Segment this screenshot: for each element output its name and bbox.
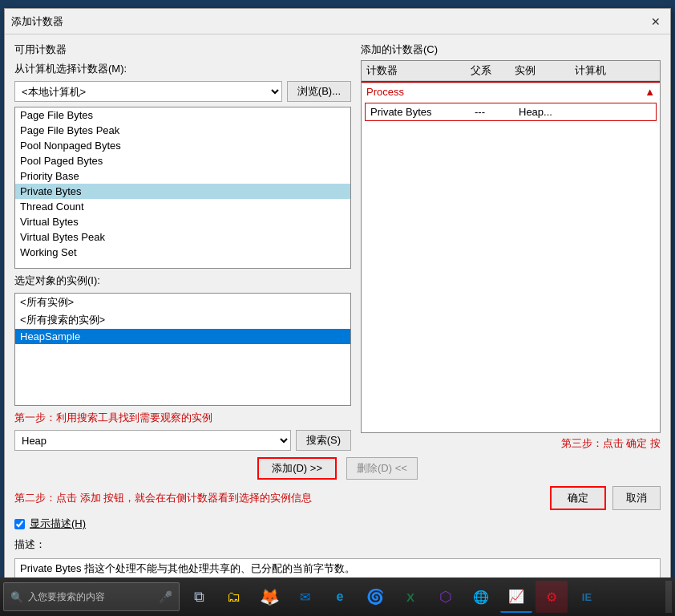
col-header-instance: 实例 [515, 63, 575, 78]
close-button[interactable]: ✕ [648, 14, 664, 30]
browse-button[interactable]: 浏览(B)... [287, 81, 351, 102]
col-header-machine: 计算机 [575, 63, 655, 78]
left-column: 可用计数器 从计算机选择计数器(M): <本地计算机> 浏览(B)... Pag… [14, 43, 351, 451]
ok-cancel-buttons: 确定 取消 [550, 486, 661, 510]
add-remove-row: 添加(D) >> 删除(D) << [14, 457, 661, 480]
taskbar-icon-chrome[interactable]: 🌀 [359, 581, 391, 613]
group-name-process: Process [366, 86, 404, 98]
list-item[interactable]: Page File Bytes [15, 107, 350, 123]
ok-button[interactable]: 确定 [550, 486, 606, 510]
available-counters-label: 可用计数器 [14, 43, 351, 57]
taskbar-icon-browser2[interactable]: IE [571, 581, 603, 613]
machine-row: <本地计算机> 浏览(B)... [14, 81, 351, 102]
show-description-label[interactable]: 显示描述(H) [30, 517, 86, 531]
list-item[interactable]: Thread Count [15, 199, 350, 214]
list-item-all[interactable]: <所有实例> [15, 294, 350, 311]
taskbar-right [665, 581, 672, 613]
taskbar: 🔍 入您要搜索的内容 🎤 ⧉ 🗂 🦊 ✉ e 🌀 X ⬡ 🌐 📈 ⚙ IE [0, 578, 675, 616]
search-row: Heap 搜索(S) [14, 430, 351, 451]
list-item[interactable]: Virtual Bytes Peak [15, 229, 350, 245]
machine-selector-label: 从计算机选择计数器(M): [14, 62, 351, 76]
taskbar-icon-red[interactable]: ⚙ [536, 581, 568, 613]
main-content-row: 可用计数器 从计算机选择计数器(M): <本地计算机> 浏览(B)... Pag… [14, 43, 661, 451]
description-label: 描述： [14, 537, 661, 552]
list-item[interactable]: Page File Bytes Peak [15, 123, 350, 138]
show-description-checkbox[interactable] [14, 519, 25, 529]
search-icon: 🔍 [10, 591, 23, 603]
remove-button[interactable]: 删除(D) << [346, 457, 418, 480]
group-header-process[interactable]: Process ▲ [362, 83, 660, 100]
process-group: Process ▲ Private Bytes --- Heap... [362, 81, 660, 121]
taskbar-icon-firefox[interactable]: 🦊 [253, 581, 285, 613]
taskbar-icon-performance[interactable]: 📈 [500, 581, 532, 613]
group-collapse-icon[interactable]: ▲ [645, 86, 655, 98]
entry-parent: --- [475, 106, 519, 118]
entry-machine [579, 106, 651, 118]
search-select[interactable]: Heap [14, 430, 291, 451]
instance-listbox[interactable]: <所有实例> <所有搜索的实例> HeapSample [14, 293, 351, 406]
search-button[interactable]: 搜索(S) [296, 430, 351, 451]
taskbar-icon-mail[interactable]: ✉ [289, 581, 321, 613]
col-header-counter: 计数器 [366, 63, 471, 78]
added-counters-table: 计数器 父系 实例 计算机 Process ▲ Pr [361, 60, 661, 433]
taskbar-search[interactable]: 🔍 入您要搜索的内容 🎤 [3, 582, 180, 611]
step1-annotation: 第一步：利用搜索工具找到需要观察的实例 [14, 411, 351, 425]
list-item[interactable]: Pool Nonpaged Bytes [15, 138, 350, 153]
col-header-parent: 父系 [471, 63, 515, 78]
title-bar: 添加计数器 ✕ [5, 9, 670, 34]
list-item[interactable]: Virtual Bytes [15, 214, 350, 229]
right-column: 添加的计数器(C) 计数器 父系 实例 计算机 P [361, 43, 661, 451]
instance-label: 选定对象的实例(I): [14, 274, 351, 288]
step2-ok-row: 第二步：点击 添加 按钮，就会在右侧计数器看到选择的实例信息 确定 取消 [14, 486, 661, 510]
added-counters-label: 添加的计数器(C) [361, 43, 661, 57]
add-button[interactable]: 添加(D) >> [257, 457, 337, 480]
list-item[interactable]: Priority Base [15, 168, 350, 184]
taskbar-notification-area [665, 581, 672, 613]
taskbar-icon-edge[interactable]: e [324, 581, 356, 613]
dialog-title: 添加计数器 [11, 14, 63, 29]
taskbar-icon-file-explorer[interactable]: 🗂 [218, 581, 250, 613]
taskbar-task-view[interactable]: ⧉ [183, 581, 215, 613]
show-description-row: 显示描述(H) [14, 517, 661, 531]
step3-annotation: 第三步：点击 确定 按 [361, 436, 661, 451]
dialog-add-counter: 添加计数器 ✕ 可用计数器 从计算机选择计数器(M): <本地计算机> 浏览(B… [4, 8, 671, 586]
taskbar-icon-excel[interactable]: X [394, 581, 426, 613]
machine-select[interactable]: <本地计算机> [14, 81, 282, 102]
list-item-private-bytes[interactable]: Private Bytes [15, 184, 350, 199]
list-item[interactable]: Working Set [15, 245, 350, 260]
counter-entry-row[interactable]: Private Bytes --- Heap... [365, 103, 657, 121]
list-item-all-searched[interactable]: <所有搜索的实例> [15, 311, 350, 329]
entry-instance: Heap... [519, 106, 579, 118]
microphone-icon: 🎤 [159, 590, 172, 603]
taskbar-icon-network[interactable]: 🌐 [465, 581, 497, 613]
list-item[interactable]: Pool Paged Bytes [15, 153, 350, 168]
list-item-heapsample[interactable]: HeapSample [15, 329, 350, 344]
desktop: 添加计数器 ✕ 可用计数器 从计算机选择计数器(M): <本地计算机> 浏览(B… [0, 0, 675, 616]
dialog-inner: 可用计数器 从计算机选择计数器(M): <本地计算机> 浏览(B)... Pag… [5, 34, 670, 610]
counter-listbox[interactable]: Page File Bytes Page File Bytes Peak Poo… [14, 107, 351, 269]
taskbar-icon-visual-studio[interactable]: ⬡ [430, 581, 462, 613]
cancel-button[interactable]: 取消 [612, 486, 661, 510]
step2-annotation: 第二步：点击 添加 按钮，就会在右侧计数器看到选择的实例信息 [14, 491, 540, 505]
entry-counter: Private Bytes [370, 106, 475, 118]
taskbar-search-text: 入您要搜索的内容 [28, 590, 105, 604]
table-header: 计数器 父系 实例 计算机 [362, 61, 660, 81]
